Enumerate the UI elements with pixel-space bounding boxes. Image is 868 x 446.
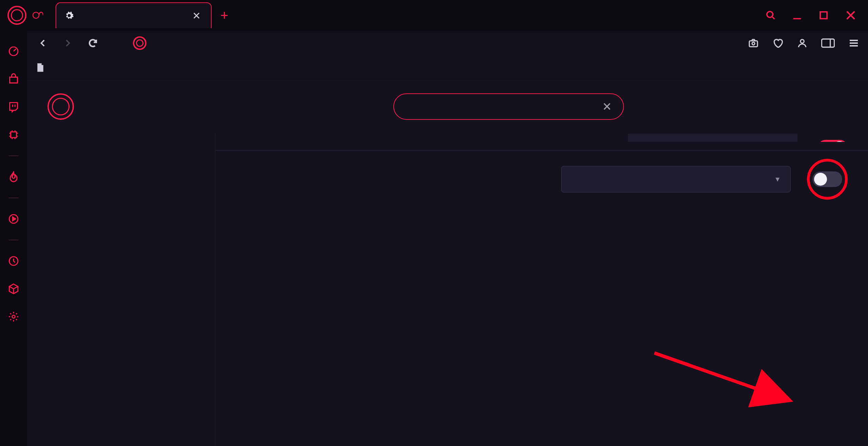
settings-side-nav [27,134,215,446]
search-input[interactable] [406,100,596,113]
svg-point-9 [801,39,804,43]
search-settings[interactable]: ✕ [393,93,624,120]
sound-toggle[interactable] [818,140,848,142]
settings-logo-icon [47,93,74,120]
settings-header: ✕ [27,79,868,134]
opera-logo-icon[interactable] [7,6,26,25]
back-button[interactable] [36,36,50,50]
page-icon [36,62,45,73]
svg-rect-1 [820,12,827,19]
window-controls [766,10,868,21]
active-tab[interactable]: ✕ [56,2,212,28]
keyboard-sounds-row: ▼ [249,159,848,200]
svg-rect-3 [11,132,17,138]
maximize-icon[interactable] [818,10,829,20]
side-rail [0,31,27,446]
tab-close-icon[interactable]: ✕ [192,10,201,22]
rail-bag-icon[interactable] [6,72,21,86]
sidebar-toggle-icon[interactable] [821,38,835,48]
nav-item-features[interactable] [47,193,215,209]
svg-point-8 [752,42,755,45]
reload-button[interactable] [86,36,100,50]
minimize-icon[interactable] [792,10,802,20]
gear-icon [64,11,74,20]
link-opera-help[interactable] [47,259,215,268]
titlebar: ✕ + [0,0,868,31]
clear-search-icon[interactable]: ✕ [602,100,612,113]
section-divider [215,150,868,151]
gx-corner-icon[interactable] [31,12,43,19]
rail-twitch-icon[interactable] [6,100,21,114]
nav-item-browser[interactable] [47,209,215,225]
heart-icon[interactable] [772,38,783,49]
svg-point-0 [767,12,773,18]
rail-settings-icon[interactable] [6,310,21,324]
easy-setup-icon[interactable] [848,38,859,49]
close-icon[interactable] [845,10,856,21]
search-icon[interactable] [766,10,776,20]
forward-button[interactable] [61,36,75,50]
keyboard-sounds-toggle[interactable] [812,171,842,187]
volume-control[interactable] [628,134,797,142]
keyboard-sounds-select[interactable]: ▼ [561,166,791,192]
rail-cpu-icon[interactable] [6,128,21,142]
svg-point-6 [12,315,15,318]
snapshot-icon[interactable] [748,38,759,49]
settings-main: ▼ [215,134,868,446]
svg-rect-10 [822,39,834,47]
rail-flame-icon[interactable] [6,170,21,184]
nav-item-basic[interactable] [47,160,215,176]
rail-cube-icon[interactable] [6,282,21,296]
url-opera-icon [133,36,146,50]
sound-row-clipped [249,134,848,142]
chevron-down-icon: ▼ [774,175,781,183]
url-bar [27,31,868,56]
new-tab-button[interactable]: + [220,8,228,23]
rail-speed-icon[interactable] [6,44,21,58]
profile-icon[interactable] [797,38,808,49]
rail-clock-icon[interactable] [6,254,21,268]
link-rate-opera[interactable] [47,249,215,259]
bookmarks-bar [27,56,868,79]
nav-item-privacy[interactable] [47,176,215,193]
rail-play-icon[interactable] [6,212,21,226]
